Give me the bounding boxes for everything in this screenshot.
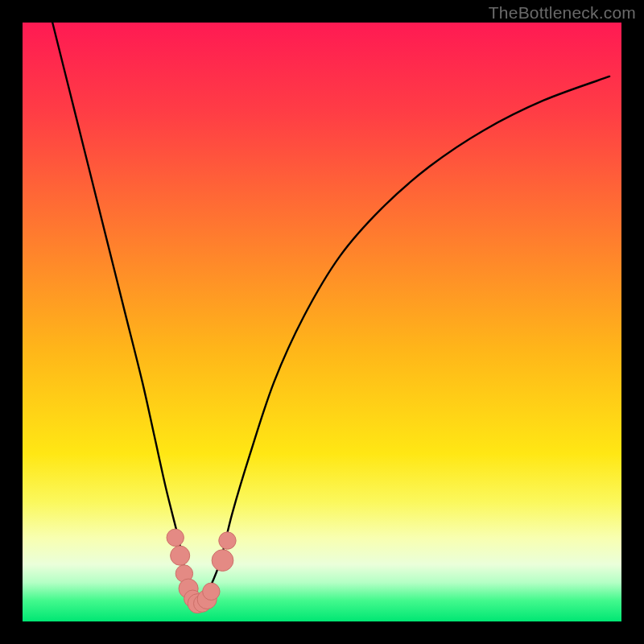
curve-layer bbox=[23, 23, 621, 621]
curve-markers bbox=[167, 529, 236, 613]
watermark-text: TheBottleneck.com bbox=[489, 3, 636, 23]
curve-marker bbox=[219, 532, 236, 549]
curve-marker bbox=[167, 529, 184, 546]
curve-marker bbox=[212, 550, 233, 572]
bottleneck-curve bbox=[52, 23, 609, 605]
plot-area bbox=[23, 23, 621, 621]
curve-marker bbox=[171, 546, 190, 565]
curve-marker bbox=[203, 583, 220, 600]
chart-frame: TheBottleneck.com bbox=[0, 0, 644, 644]
